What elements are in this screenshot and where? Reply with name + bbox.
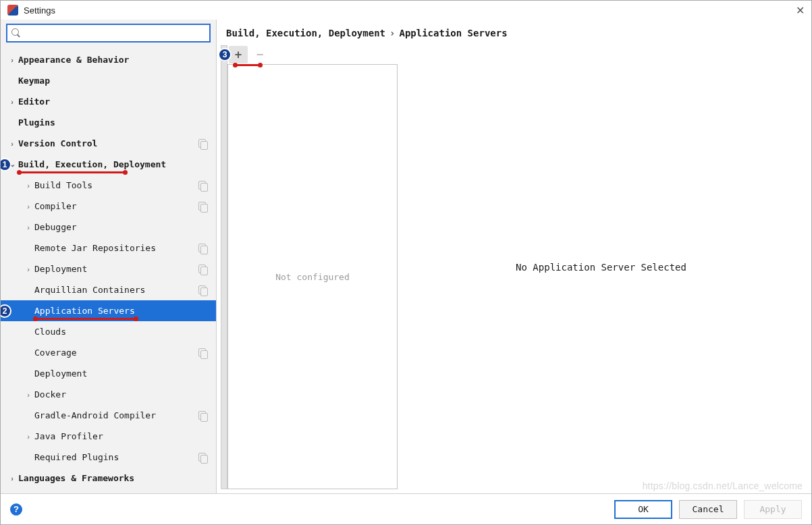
copy-settings-icon bbox=[198, 265, 208, 274]
settings-tree[interactable]: ›Appearance & BehaviorKeymap›EditorPlugi… bbox=[1, 47, 216, 493]
server-list-box[interactable]: Not configured bbox=[227, 64, 398, 489]
tree-item-label: Languages & Frameworks bbox=[18, 473, 134, 483]
close-icon[interactable]: ✕ bbox=[796, 4, 805, 17]
tree-item-version-control[interactable]: ›Version Control bbox=[1, 133, 216, 154]
list-scrollbar[interactable] bbox=[221, 45, 227, 489]
tree-item-arquillian-containers[interactable]: Arquillian Containers bbox=[1, 279, 216, 300]
tree-item-build-tools[interactable]: ›Build Tools bbox=[1, 175, 216, 196]
search-input[interactable] bbox=[25, 28, 205, 38]
annotation-badge-1: 1 bbox=[1, 158, 11, 171]
chevron-icon: › bbox=[6, 98, 18, 106]
tree-item-label: Compiler bbox=[34, 201, 77, 211]
annotation-badge-2: 2 bbox=[1, 304, 11, 318]
help-button[interactable]: ? bbox=[10, 503, 22, 516]
annotation-underline-3 bbox=[234, 64, 261, 66]
ok-button[interactable]: OK bbox=[614, 500, 672, 519]
tree-item-label: Coverage bbox=[34, 348, 77, 358]
tree-item-java-profiler[interactable]: ›Java Profiler bbox=[1, 426, 216, 447]
tree-item-remote-jar-repositories[interactable]: Remote Jar Repositories bbox=[1, 238, 216, 258]
titlebar: Settings ✕ bbox=[1, 1, 811, 20]
tree-item-label: Application Servers bbox=[34, 306, 135, 316]
copy-settings-icon bbox=[198, 285, 208, 295]
copy-settings-icon bbox=[198, 181, 208, 190]
tree-item-appearance-behavior[interactable]: ›Appearance & Behavior bbox=[1, 49, 216, 70]
detail-empty-text: No Application Server Selected bbox=[516, 262, 686, 273]
dialog-footer: ? OK Cancel Apply bbox=[1, 493, 811, 524]
annotation-underline-1 bbox=[18, 171, 126, 173]
chevron-icon: › bbox=[22, 182, 34, 190]
copy-settings-icon bbox=[198, 244, 208, 253]
app-logo-icon bbox=[7, 5, 18, 16]
tree-item-label: Debugger bbox=[34, 222, 77, 232]
tree-item-label: Plugins bbox=[18, 117, 55, 128]
chevron-icon: › bbox=[22, 223, 34, 231]
annotation-underline-2 bbox=[34, 318, 137, 320]
chevron-icon: › bbox=[6, 474, 18, 482]
window-title: Settings bbox=[24, 5, 55, 16]
copy-settings-icon bbox=[198, 348, 208, 358]
chevron-icon: › bbox=[6, 56, 18, 64]
tree-item-compiler[interactable]: ›Compiler bbox=[1, 196, 216, 217]
copy-settings-icon bbox=[198, 202, 208, 211]
tree-item-build-execution-deployment[interactable]: ⌄Build, Execution, Deployment1 bbox=[1, 154, 216, 175]
tree-item-label: Java Profiler bbox=[34, 431, 103, 441]
tree-item-label: Clouds bbox=[34, 327, 66, 337]
copy-settings-icon bbox=[198, 453, 208, 462]
tree-item-clouds[interactable]: Clouds bbox=[1, 321, 216, 342]
chevron-icon: › bbox=[6, 140, 18, 148]
content-body: + − 3 Not configured No Application Serv… bbox=[217, 41, 811, 493]
tree-item-label: Keymap bbox=[18, 76, 50, 86]
tree-item-gradle-android-compiler[interactable]: Gradle-Android Compiler bbox=[1, 405, 216, 426]
copy-settings-icon bbox=[198, 411, 208, 420]
tree-item-label: Build, Execution, Deployment bbox=[18, 159, 166, 169]
tree-item-label: Version Control bbox=[18, 138, 97, 148]
tree-item-docker[interactable]: ›Docker bbox=[1, 384, 216, 405]
tree-item-languages-frameworks[interactable]: ›Languages & Frameworks bbox=[1, 468, 216, 489]
tree-item-keymap[interactable]: Keymap bbox=[1, 70, 216, 91]
tree-item-editor[interactable]: ›Editor bbox=[1, 91, 216, 112]
annotation-badge-3: 3 bbox=[218, 48, 232, 61]
breadcrumb-sep: › bbox=[389, 28, 395, 38]
tree-item-deployment[interactable]: ›Deployment bbox=[1, 258, 216, 279]
settings-dialog: Settings ✕ ›Appearance & BehaviorKeymap›… bbox=[0, 0, 812, 525]
search-box[interactable] bbox=[6, 24, 211, 43]
apply-button: Apply bbox=[744, 500, 802, 519]
tree-item-label: Docker bbox=[34, 389, 66, 399]
tree-item-label: Remote Jar Repositories bbox=[34, 243, 156, 253]
tree-item-application-servers[interactable]: Application Servers2 bbox=[1, 300, 216, 321]
tree-item-label: Arquillian Containers bbox=[34, 285, 145, 295]
remove-server-button[interactable]: − bbox=[250, 46, 269, 63]
breadcrumb-current: Application Servers bbox=[399, 28, 507, 38]
breadcrumb: Build, Execution, Deployment › Applicati… bbox=[217, 20, 811, 41]
cancel-button[interactable]: Cancel bbox=[679, 500, 737, 519]
breadcrumb-parent: Build, Execution, Deployment bbox=[226, 28, 385, 38]
tree-item-label: Build Tools bbox=[34, 180, 92, 190]
content: Build, Execution, Deployment › Applicati… bbox=[217, 20, 811, 493]
server-detail-panel: No Application Server Selected bbox=[398, 45, 811, 489]
tree-item-label: Required Plugins bbox=[34, 452, 119, 462]
list-toolbar: + − 3 bbox=[227, 45, 398, 64]
copy-settings-icon bbox=[198, 139, 208, 148]
tree-item-plugins[interactable]: Plugins bbox=[1, 112, 216, 133]
search-icon bbox=[11, 28, 21, 38]
chevron-icon: › bbox=[22, 265, 34, 273]
tree-item-label: Gradle-Android Compiler bbox=[34, 410, 156, 420]
chevron-icon: › bbox=[22, 391, 34, 399]
chevron-icon: › bbox=[22, 202, 34, 211]
main-area: ›Appearance & BehaviorKeymap›EditorPlugi… bbox=[1, 20, 811, 493]
tree-item-label: Deployment bbox=[34, 264, 87, 274]
search-wrap bbox=[1, 20, 216, 47]
tree-item-required-plugins[interactable]: Required Plugins bbox=[1, 447, 216, 468]
tree-item-label: Editor bbox=[18, 96, 50, 107]
sidebar: ›Appearance & BehaviorKeymap›EditorPlugi… bbox=[1, 20, 217, 493]
tree-item-debugger[interactable]: ›Debugger bbox=[1, 217, 216, 238]
tree-item-deployment[interactable]: Deployment bbox=[1, 363, 216, 384]
list-empty-text: Not configured bbox=[275, 272, 350, 282]
server-list-panel: + − 3 Not configured bbox=[227, 45, 398, 489]
add-server-button[interactable]: + bbox=[229, 46, 248, 63]
chevron-icon: › bbox=[22, 433, 34, 441]
tree-item-coverage[interactable]: Coverage bbox=[1, 342, 216, 363]
tree-item-label: Deployment bbox=[34, 368, 87, 379]
tree-item-label: Appearance & Behavior bbox=[18, 55, 129, 65]
